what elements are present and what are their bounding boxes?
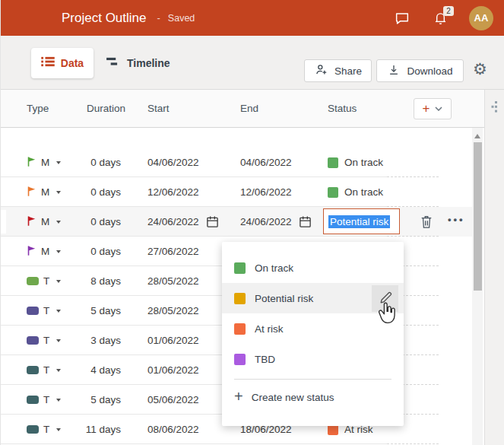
- status-cell[interactable]: On track: [328, 148, 383, 177]
- chevron-down-icon: [56, 339, 61, 342]
- topbar-actions: 2 AA: [393, 6, 504, 30]
- status-option[interactable]: TBD: [222, 344, 404, 374]
- tab-data[interactable]: Data: [31, 48, 94, 78]
- duration-cell[interactable]: 5 days: [62, 296, 121, 326]
- table-row[interactable]: M 0 days 12/06/2022 12/06/2022 On track …: [1, 177, 472, 207]
- tab-data-label: Data: [61, 57, 84, 69]
- tab-timeline[interactable]: Timeline: [106, 48, 170, 78]
- edit-status-button[interactable]: [372, 285, 398, 312]
- bell-icon[interactable]: 2: [431, 9, 449, 27]
- collapse-handle-icon[interactable]: [490, 100, 499, 116]
- type-cell[interactable]: M: [27, 237, 61, 266]
- start-date-cell[interactable]: 24/06/2022: [147, 207, 219, 237]
- selected-text: Potential risk: [328, 215, 390, 228]
- chat-bubble-icon[interactable]: [393, 9, 411, 27]
- vertical-scrollbar[interactable]: [472, 128, 483, 445]
- start-date-value: 28/05/2022: [147, 275, 199, 287]
- plus-icon: +: [423, 102, 430, 115]
- status-option[interactable]: Potential risk: [222, 283, 404, 313]
- task-bar-icon: [27, 277, 39, 285]
- type-label: T: [43, 364, 49, 376]
- start-date-value: 04/06/2022: [147, 157, 199, 168]
- task-bar-icon: [27, 366, 39, 374]
- tab-timeline-label: Timeline: [127, 57, 170, 69]
- duration-cell[interactable]: 3 days: [62, 326, 121, 355]
- toolbar: Data Timeline Share Download ⚙: [1, 36, 504, 90]
- gear-icon[interactable]: ⚙: [473, 61, 487, 77]
- calendar-icon[interactable]: [206, 215, 219, 228]
- create-new-status-button[interactable]: + Create new status: [222, 380, 404, 415]
- duration-cell[interactable]: 5 days: [62, 385, 121, 415]
- start-date-cell[interactable]: 01/06/2022: [147, 355, 199, 385]
- type-cell[interactable]: M: [27, 148, 61, 177]
- status-cell[interactable]: On track: [328, 177, 383, 207]
- type-label: M: [41, 186, 49, 198]
- end-date-cell[interactable]: 24/06/2022: [240, 207, 312, 237]
- start-date-cell[interactable]: 28/05/2022: [147, 296, 199, 326]
- type-label: T: [43, 305, 49, 316]
- row-more-menu-button[interactable]: •••: [448, 214, 465, 225]
- duration-cell[interactable]: 11 days: [62, 415, 121, 444]
- add-column-button[interactable]: +: [414, 98, 452, 119]
- duration-cell[interactable]: 4 days: [62, 355, 121, 385]
- start-date-value: 24/06/2022: [147, 216, 199, 227]
- scrollbar-thumb[interactable]: [474, 142, 482, 291]
- end-date-value: 12/06/2022: [240, 186, 292, 198]
- end-date-cell[interactable]: 12/06/2022: [240, 177, 292, 207]
- column-header-end[interactable]: End: [240, 90, 258, 128]
- column-header-status[interactable]: Status: [328, 90, 357, 128]
- start-date-cell[interactable]: 08/06/2022: [147, 415, 199, 444]
- start-date-cell[interactable]: 05/06/2022: [147, 385, 199, 415]
- start-date-cell[interactable]: 01/06/2022: [147, 326, 199, 355]
- status-option-color-square: [234, 354, 246, 365]
- type-cell[interactable]: T: [27, 385, 61, 415]
- status-option[interactable]: At risk: [222, 313, 404, 344]
- start-date-cell[interactable]: 12/06/2022: [147, 177, 199, 207]
- end-date-cell[interactable]: 04/06/2022: [240, 148, 292, 177]
- status-edit-input[interactable]: Potential risk: [323, 208, 400, 234]
- flag-icon: [27, 186, 36, 199]
- title-separator: -: [157, 12, 160, 24]
- type-cell[interactable]: M: [27, 177, 61, 207]
- duration-cell[interactable]: 0 days: [62, 207, 121, 237]
- duration-cell[interactable]: 8 days: [62, 266, 121, 296]
- type-cell[interactable]: T: [27, 415, 61, 444]
- calendar-icon[interactable]: [299, 215, 312, 228]
- delete-row-button[interactable]: [420, 214, 433, 233]
- duration-cell[interactable]: 0 days: [62, 237, 121, 266]
- start-date-cell[interactable]: 27/06/2022: [147, 237, 199, 266]
- duration-cell[interactable]: 0 days: [62, 148, 121, 177]
- chevron-down-icon: [56, 369, 61, 372]
- notification-badge: 2: [443, 6, 454, 16]
- type-cell[interactable]: T: [27, 355, 61, 385]
- column-header-type[interactable]: Type: [27, 90, 49, 128]
- status-label: On track: [344, 186, 383, 198]
- task-bar-icon: [27, 396, 39, 404]
- column-header-duration[interactable]: Duration: [87, 90, 125, 128]
- column-header-start[interactable]: Start: [147, 90, 170, 128]
- timeline-icon: [106, 56, 120, 70]
- start-date-cell[interactable]: 04/06/2022: [147, 148, 199, 177]
- row-border-dashed: [387, 443, 439, 444]
- avatar[interactable]: AA: [469, 6, 493, 30]
- type-cell[interactable]: M: [27, 207, 61, 237]
- type-cell[interactable]: T: [27, 326, 61, 355]
- table-row[interactable]: M 0 days 24/06/2022 24/06/2022 Potential…: [1, 207, 472, 237]
- download-button[interactable]: Download: [376, 59, 464, 82]
- scroll-up-arrow[interactable]: [474, 134, 480, 138]
- type-cell[interactable]: T: [27, 266, 61, 296]
- share-button[interactable]: Share: [304, 59, 372, 82]
- chevron-down-icon: [56, 191, 61, 194]
- page-title: Project Outline: [62, 11, 147, 26]
- duration-cell[interactable]: 0 days: [62, 177, 121, 207]
- status-option[interactable]: On track: [222, 253, 404, 283]
- status-label: On track: [344, 157, 383, 168]
- start-date-cell[interactable]: 28/05/2022: [147, 266, 199, 296]
- row-drag-notch: [1, 210, 6, 234]
- type-cell[interactable]: T: [27, 296, 61, 326]
- type-label: T: [43, 394, 49, 405]
- pencil-icon: [379, 291, 392, 305]
- start-date-value: 28/05/2022: [147, 305, 199, 316]
- table-row[interactable]: M 0 days 04/06/2022 04/06/2022 On track …: [1, 148, 472, 177]
- chevron-down-icon: [56, 399, 61, 402]
